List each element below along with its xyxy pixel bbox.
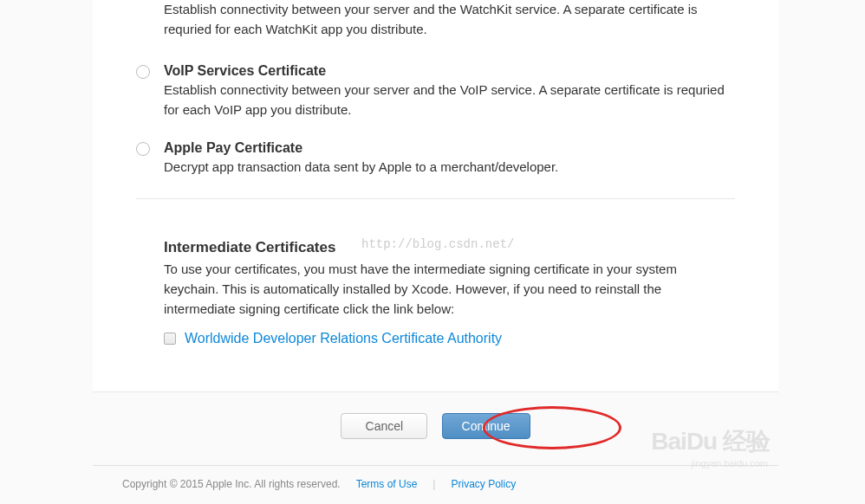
button-bar: Cancel Continue BaiDu 经验 jingyan.baidu.c… bbox=[93, 391, 778, 465]
intermediate-body: To use your certificates, you must have … bbox=[164, 259, 735, 320]
radio-icon[interactable] bbox=[136, 65, 150, 79]
terms-of-use-link[interactable]: Terms of Use bbox=[356, 478, 418, 490]
option-description: Establish connectivity between your serv… bbox=[164, 0, 735, 39]
option-description: Decrypt app transaction data sent by App… bbox=[164, 158, 735, 178]
radio-wrap bbox=[136, 63, 164, 81]
option-description: Establish connectivity between your serv… bbox=[164, 81, 735, 120]
wwdr-certificate-link[interactable]: Worldwide Developer Relations Certificat… bbox=[185, 331, 502, 346]
option-voip[interactable]: VoIP Services Certificate Establish conn… bbox=[136, 63, 735, 120]
copyright-text: Copyright © 2015 Apple Inc. All rights r… bbox=[122, 478, 341, 490]
footer: Copyright © 2015 Apple Inc. All rights r… bbox=[93, 465, 778, 499]
option-title: Apple Pay Certificate bbox=[164, 140, 735, 156]
radio-icon[interactable] bbox=[136, 142, 150, 156]
option-apple-pay[interactable]: Apple Pay Certificate Decrypt app transa… bbox=[136, 140, 735, 178]
option-title: VoIP Services Certificate bbox=[164, 63, 735, 79]
baidu-watermark: BaiDu 经验 bbox=[651, 425, 770, 458]
continue-button[interactable]: Continue bbox=[442, 413, 530, 439]
option-body: VoIP Services Certificate Establish conn… bbox=[164, 63, 735, 120]
content-panel: Establish connectivity between your serv… bbox=[93, 0, 778, 391]
intermediate-heading: Intermediate Certificates bbox=[164, 239, 735, 256]
cert-link-row: Worldwide Developer Relations Certificat… bbox=[164, 331, 735, 346]
radio-wrap bbox=[136, 140, 164, 158]
certificate-icon bbox=[164, 333, 176, 345]
cancel-button[interactable]: Cancel bbox=[341, 413, 427, 439]
page-container: Establish connectivity between your serv… bbox=[0, 0, 865, 499]
section-divider bbox=[136, 198, 735, 199]
privacy-policy-link[interactable]: Privacy Policy bbox=[451, 478, 516, 490]
option-body: Apple Pay Certificate Decrypt app transa… bbox=[164, 140, 735, 178]
footer-separator: | bbox=[432, 478, 435, 490]
